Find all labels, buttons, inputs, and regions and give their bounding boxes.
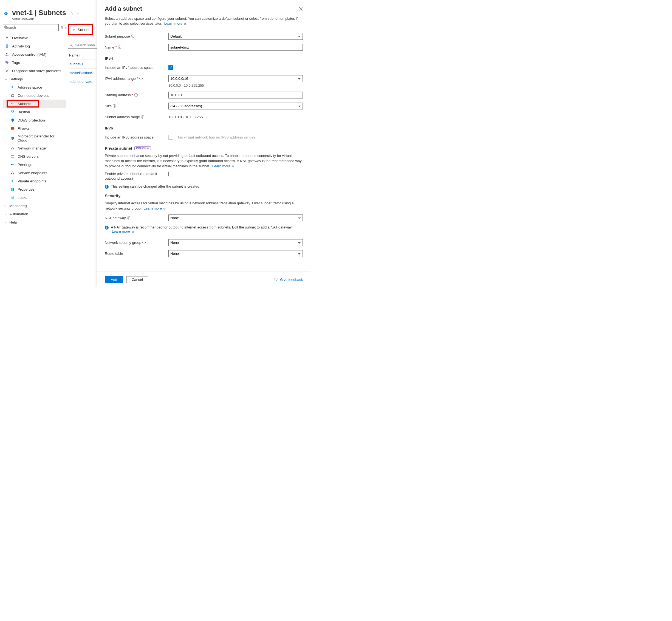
svg-line-32 <box>72 45 73 46</box>
nav-access-control[interactable]: Access control (IAM) <box>3 50 66 58</box>
nav-network-manager[interactable]: Network manager <box>3 144 66 152</box>
nav-activity-log[interactable]: Activity log <box>3 42 66 50</box>
svg-point-26 <box>12 171 13 172</box>
info-icon: i <box>105 185 109 189</box>
subnets-icon <box>10 102 15 106</box>
label-size: Size i <box>105 104 168 108</box>
svg-point-8 <box>6 61 7 62</box>
chevron-right-icon: › <box>4 204 8 208</box>
svg-point-16 <box>12 147 13 148</box>
chevron-down-icon: ⌄ <box>4 77 8 81</box>
subnet-row[interactable]: subnet-private <box>68 77 98 86</box>
column-header-name[interactable]: Name↑↓ <box>68 51 98 60</box>
label-include-ipv4: Include an IPv4 address space <box>105 66 168 70</box>
svg-point-6 <box>6 53 7 54</box>
learn-more-link[interactable]: Learn more ⧉ <box>212 164 234 168</box>
route-table-select[interactable]: None <box>168 250 303 257</box>
nav-locks[interactable]: Locks <box>3 193 66 202</box>
info-icon[interactable]: i <box>134 93 138 96</box>
address-space-icon <box>10 85 15 89</box>
nav-ddos[interactable]: DDoS protection <box>3 116 66 124</box>
info-icon[interactable]: i <box>131 35 134 38</box>
size-select[interactable]: /24 (256 addresses) <box>168 102 303 110</box>
nav-search-input[interactable] <box>3 24 59 31</box>
nav-search[interactable] <box>3 24 59 31</box>
svg-rect-14 <box>11 128 14 128</box>
svg-point-15 <box>12 137 13 138</box>
label-starting-address: Starting address * i <box>105 93 168 97</box>
info-icon[interactable]: i <box>139 77 142 80</box>
add-button[interactable]: Add <box>105 276 123 283</box>
private-subnet-description: Private subnets enhance security by not … <box>105 153 303 169</box>
info-icon[interactable]: i <box>118 45 121 49</box>
plus-icon: ＋ <box>72 27 76 33</box>
include-ipv4-checkbox[interactable]: ✓ <box>168 65 173 70</box>
external-link-icon: ⧉ <box>232 165 234 168</box>
nav-connected-devices[interactable]: Connected devices <box>3 91 66 99</box>
dns-icon <box>10 155 15 158</box>
enable-private-checkbox[interactable] <box>168 172 173 176</box>
bastion-icon <box>10 110 15 114</box>
nav-overview[interactable]: Overview <box>3 34 66 42</box>
info-icon[interactable]: i <box>127 216 130 219</box>
svg-point-25 <box>13 173 14 174</box>
label-enable-private: Enable private subnet (no default outbou… <box>105 172 168 181</box>
expand-toggle-icon[interactable]: ⇅ <box>61 26 64 29</box>
nav-peerings[interactable]: Peerings <box>3 161 66 169</box>
feedback-icon <box>274 278 279 282</box>
nav-private-endpoints[interactable]: Private endpoints <box>3 177 66 185</box>
more-icon[interactable]: ⋯ <box>77 11 81 15</box>
private-subnet-info: i This setting can't be changed after th… <box>105 184 303 189</box>
learn-more-link[interactable]: Learn more ⧉ <box>144 206 165 210</box>
label-subnet-address-range: Subnet address range i <box>105 115 168 119</box>
nav-firewall[interactable]: Firewall <box>3 124 66 132</box>
subnet-name-input[interactable] <box>168 44 303 51</box>
nav-address-space[interactable]: Address space <box>3 83 66 91</box>
ipv4-range-select[interactable]: 10.0.0.0/16 <box>168 75 303 82</box>
info-icon[interactable]: i <box>113 104 116 108</box>
add-subnet-button[interactable]: ＋ Subnet <box>70 26 92 34</box>
cancel-button[interactable]: Cancel <box>126 276 148 283</box>
learn-more-link[interactable]: Learn more ⧉ <box>112 229 134 234</box>
nav-automation-group[interactable]: ›Automation <box>3 210 66 218</box>
label-nsg: Network security group i <box>105 241 168 245</box>
nav-defender[interactable]: Microsoft Defender for Cloud <box>3 132 66 144</box>
nav-dns-servers[interactable]: DNS servers <box>3 152 66 161</box>
subnet-purpose-select[interactable]: Default <box>168 33 303 40</box>
nav-diagnose[interactable]: Diagnose and solve problems <box>3 67 66 75</box>
section-ipv4: IPv4 <box>105 56 303 60</box>
sort-icon: ↑↓ <box>79 54 81 57</box>
give-feedback-link[interactable]: Give feedback <box>274 278 303 282</box>
collapse-nav-icon[interactable]: « <box>65 26 66 29</box>
learn-more-link[interactable]: Learn more ⧉ <box>164 22 186 26</box>
svg-rect-4 <box>6 46 8 46</box>
panel-footer: Add Cancel Give feedback <box>97 272 310 287</box>
info-icon[interactable]: i <box>142 241 145 244</box>
svg-point-21 <box>11 164 12 165</box>
starting-address-input[interactable] <box>168 92 303 98</box>
info-icon[interactable]: i <box>141 115 144 119</box>
activity-log-icon <box>4 44 10 48</box>
include-ipv6-checkbox <box>168 135 173 139</box>
security-description: Simplify internet access for virtual mac… <box>105 201 303 211</box>
subnet-row[interactable]: subnet-1 <box>68 60 98 69</box>
nav-help-group[interactable]: ›Help <box>3 218 66 226</box>
nav-settings-group[interactable]: ⌄Settings <box>3 75 66 83</box>
favorite-icon[interactable]: ☆ <box>70 11 74 15</box>
nsg-select[interactable]: None <box>168 239 303 246</box>
nav-service-endpoints[interactable]: Service endpoints <box>3 169 66 177</box>
highlight-add-subnet-annotation: ＋ Subnet <box>68 24 93 35</box>
nav-subnets[interactable]: Subnets <box>3 99 66 108</box>
svg-rect-27 <box>11 188 12 191</box>
nav-bastion[interactable]: Bastion <box>3 108 66 116</box>
subnet-search[interactable]: Search subn <box>68 42 98 48</box>
nat-gateway-select[interactable]: None <box>168 214 303 221</box>
section-ipv6: IPv6 <box>105 126 303 130</box>
nav-tags[interactable]: Tags <box>3 58 66 67</box>
nav-monitoring-group[interactable]: ›Monitoring <box>3 202 66 210</box>
subnet-row[interactable]: AzureBastionS <box>68 69 98 77</box>
close-button[interactable] <box>299 5 303 12</box>
ddos-icon <box>10 118 15 122</box>
svg-point-31 <box>70 44 72 46</box>
nav-properties[interactable]: Properties <box>3 185 66 193</box>
